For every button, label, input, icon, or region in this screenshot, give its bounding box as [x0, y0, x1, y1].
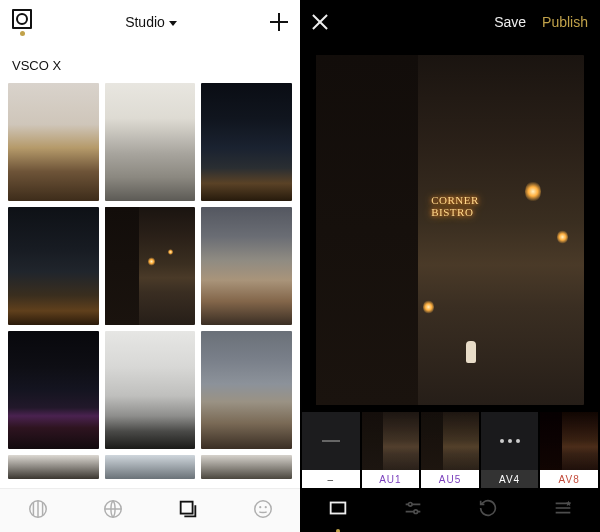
editor-pane: Save Publish CORNERBISTRO – AU1 AU5	[300, 0, 600, 532]
grid-thumb[interactable]	[8, 83, 99, 201]
filter-label: AU1	[362, 470, 420, 488]
filter-label: AV4	[481, 470, 539, 488]
studio-icon[interactable]	[177, 498, 199, 524]
camera-logo-icon	[12, 9, 32, 29]
more-dots-icon	[500, 439, 520, 443]
profile-icon[interactable]	[252, 498, 274, 524]
svg-point-7	[408, 503, 412, 507]
editor-tabbar	[300, 488, 600, 532]
editing-photo: CORNERBISTRO	[316, 55, 584, 405]
grid-thumb[interactable]	[8, 331, 99, 449]
svg-point-3	[254, 500, 271, 517]
photo-grid	[0, 83, 300, 488]
filter-none[interactable]: –	[302, 412, 360, 488]
studio-tabbar	[0, 488, 300, 532]
studio-title: Studio	[125, 14, 165, 30]
grid-thumb[interactable]	[201, 83, 292, 201]
grid-thumb[interactable]	[105, 83, 196, 201]
add-button[interactable]	[270, 13, 288, 31]
neon-sign: CORNERBISTRO	[431, 195, 479, 218]
studio-header: Studio	[0, 0, 300, 44]
grid-thumb[interactable]	[105, 455, 196, 479]
studio-title-dropdown[interactable]: Studio	[125, 14, 177, 30]
logo-dot	[20, 31, 25, 36]
grid-thumb[interactable]	[201, 331, 292, 449]
adjust-icon[interactable]	[402, 497, 424, 523]
filter-label: AU5	[421, 470, 479, 488]
filter-av8[interactable]: AV8	[540, 412, 598, 488]
app-logo[interactable]	[12, 9, 32, 36]
filter-strip: – AU1 AU5 AV4 AV8	[300, 412, 600, 488]
filter-au5[interactable]: AU5	[421, 412, 479, 488]
publish-button[interactable]: Publish	[542, 14, 588, 30]
studio-pane: Studio VSCO X	[0, 0, 300, 532]
grid-thumb[interactable]	[8, 455, 99, 479]
section-label: VSCO X	[0, 44, 300, 83]
svg-point-4	[259, 506, 261, 508]
filter-label: AV8	[540, 470, 598, 488]
svg-point-5	[264, 506, 266, 508]
presets-icon[interactable]	[327, 497, 349, 523]
svg-point-8	[413, 510, 417, 514]
svg-rect-6	[330, 503, 345, 514]
editor-canvas[interactable]: CORNERBISTRO	[300, 44, 600, 412]
favorites-icon[interactable]	[552, 497, 574, 523]
filter-label: –	[302, 470, 360, 488]
grid-thumb[interactable]	[105, 331, 196, 449]
chevron-down-icon	[169, 21, 177, 26]
pedestrian	[466, 341, 476, 363]
editor-header: Save Publish	[300, 0, 600, 44]
grid-thumb[interactable]	[201, 207, 292, 325]
svg-rect-2	[180, 501, 192, 513]
grid-thumb[interactable]	[8, 207, 99, 325]
feed-icon[interactable]	[27, 498, 49, 524]
filter-au1[interactable]: AU1	[362, 412, 420, 488]
grid-thumb[interactable]	[201, 455, 292, 479]
close-button[interactable]	[312, 14, 328, 30]
history-icon[interactable]	[477, 497, 499, 523]
grid-thumb[interactable]	[105, 207, 196, 325]
save-button[interactable]: Save	[494, 14, 526, 30]
filter-av4[interactable]: AV4	[481, 412, 539, 488]
explore-icon[interactable]	[102, 498, 124, 524]
